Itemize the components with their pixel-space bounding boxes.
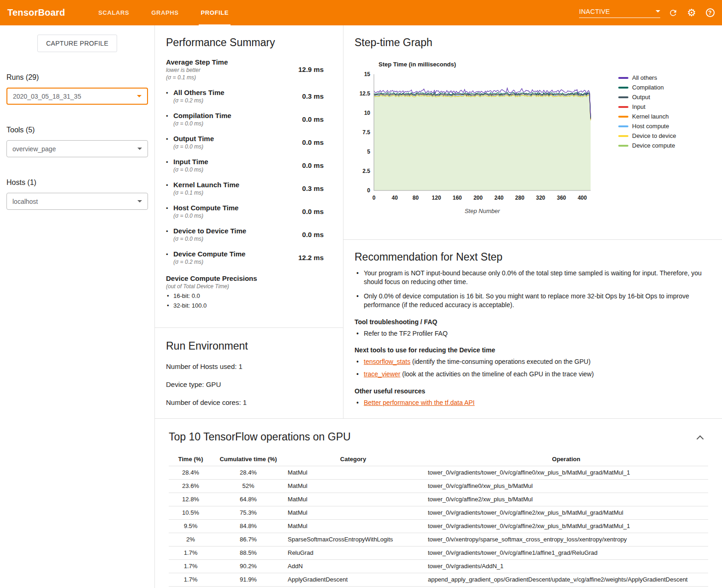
env-line: Device type: GPU <box>166 380 332 388</box>
perf-item: • Output Time (σ = 0.0 ms) 0.0 ms <box>166 135 332 150</box>
legend-item: Kernel launch <box>618 112 676 121</box>
average-step-time: Average Step Time lower is better (σ = 0… <box>166 58 332 81</box>
svg-text:400: 400 <box>578 195 587 201</box>
next-tool-item: •trace_viewer (look at the activities on… <box>355 370 711 379</box>
bullet-icon: • <box>166 112 173 127</box>
runs-dropdown-value: 2020_03_05_18_31_35 <box>13 93 81 100</box>
next-tools-heading: Next tools to use for reducing the Devic… <box>355 346 711 354</box>
top-ops-column-header: Operation <box>422 452 708 466</box>
top-ops-header-row: Time (%)Cumulative time (%)CategoryOpera… <box>169 452 708 466</box>
resources-list: •Better performance with the tf.data API <box>355 398 711 407</box>
chevron-down-icon <box>137 148 142 150</box>
table-row: 2%86.7%SparseSoftmaxCrossEntropyWithLogi… <box>169 533 708 546</box>
runs-dropdown[interactable]: 2020_03_05_18_31_35 <box>6 88 148 105</box>
svg-text:12.5: 12.5 <box>360 90 371 97</box>
recommendation-bullet: •Only 0.0% of device computation is 16 b… <box>355 292 711 310</box>
step-time-chart: 02.557.51012.515040801201602002402803203… <box>355 71 614 216</box>
env-line: Number of Hosts used: 1 <box>166 362 332 370</box>
perf-item-value: 0.0 ms <box>302 161 332 169</box>
perf-item-value: 0.3 ms <box>302 92 332 100</box>
table-row: 12.8%64.8%MatMultower_0/v/cg/affine2/xw_… <box>169 493 708 506</box>
table-row: 28.4%28.4%MatMultower_0/v/gradients/towe… <box>169 466 708 479</box>
resources-heading: Other useful resources <box>355 387 711 395</box>
tools-label: Tools (5) <box>6 126 154 134</box>
legend-item: Device compute <box>618 141 676 150</box>
run-environment-title: Run Environment <box>166 340 332 352</box>
tab-profile[interactable]: PROFILE <box>189 0 240 25</box>
perf-item: • Input Time (σ = 0.0 ms) 0.0 ms <box>166 158 332 173</box>
top-ops-panel: Top 10 TensorFlow operations on GPU Time… <box>155 419 722 588</box>
perf-item: • All Others Time (σ = 0.2 ms) 0.3 ms <box>166 89 332 104</box>
hosts-dropdown[interactable]: localhost <box>6 193 148 210</box>
bullet-icon: • <box>166 89 173 104</box>
perf-item-value: 0.3 ms <box>302 184 332 192</box>
bullet-icon: • <box>166 158 173 173</box>
legend-swatch <box>618 145 628 147</box>
performance-summary-title: Performance Summary <box>166 36 332 49</box>
runs-label: Runs (29) <box>6 73 154 82</box>
tools-dropdown[interactable]: overview_page <box>6 140 148 157</box>
top-ops-column-header: Cumulative time (%) <box>213 452 284 466</box>
legend-item: Host compute <box>618 121 676 131</box>
perf-item: • Kernel Launch Time (σ = 0.1 ms) 0.3 ms <box>166 181 332 196</box>
svg-text:160: 160 <box>453 195 462 201</box>
bullet-icon: • <box>166 227 173 242</box>
perf-item: • Compilation Time (σ = 0.0 ms) 0.0 ms <box>166 112 332 127</box>
bullet-icon: • <box>355 357 364 366</box>
rec-bullets: •Your program is NOT input-bound because… <box>355 269 711 310</box>
svg-text:2.5: 2.5 <box>362 168 370 174</box>
svg-text:10: 10 <box>364 110 371 116</box>
perf-item-value: 0.0 ms <box>302 115 332 123</box>
table-row: 1.7%88.5%ReluGradtower_0/v/gradients/tow… <box>169 546 708 559</box>
step-time-graph-title: Step-time Graph <box>355 36 711 49</box>
bullet-icon: • <box>355 269 364 287</box>
svg-text:Step Number: Step Number <box>465 208 500 214</box>
bullet-icon: • <box>355 398 364 407</box>
legend-swatch <box>618 87 628 89</box>
app-header: TensorBoard SCALARSGRAPHSPROFILE INACTIV… <box>0 0 722 25</box>
legend-swatch <box>618 125 628 127</box>
top-ops-column-header: Category <box>284 452 422 466</box>
table-row: 1.7%90.2%AddNtower_0/v/gradients/AddN_1 <box>169 559 708 573</box>
svg-text:15: 15 <box>364 71 371 77</box>
svg-text:360: 360 <box>557 195 566 201</box>
svg-text:320: 320 <box>536 195 545 201</box>
refresh-icon[interactable] <box>668 7 679 18</box>
bullet-icon: • <box>355 292 364 310</box>
run-environment-panel: Run Environment Number of Hosts used: 1D… <box>155 328 343 418</box>
perf-items: • All Others Time (σ = 0.2 ms) 0.3 ms • … <box>166 89 332 265</box>
precision-item: •32-bit: 100.0 <box>166 302 332 309</box>
header-actions: INACTIVE ⚙ ? <box>579 7 716 18</box>
table-row: 23.6%52%MatMultower_0/v/cg/affine0/xw_pl… <box>169 479 708 493</box>
bullet-icon: • <box>355 329 364 338</box>
legend-swatch <box>618 106 628 108</box>
help-icon[interactable]: ? <box>704 7 716 18</box>
env-line: Number of device cores: 1 <box>166 398 332 406</box>
collapse-chevron-icon[interactable] <box>697 435 704 443</box>
legend-item: All others <box>618 73 676 83</box>
next-tools-list: •tensorflow_stats (identify the time-con… <box>355 357 711 379</box>
capture-profile-button[interactable]: CAPTURE PROFILE <box>37 35 117 52</box>
svg-text:240: 240 <box>494 195 503 201</box>
svg-text:0: 0 <box>373 195 376 201</box>
perf-item-value: 0.0 ms <box>302 138 332 146</box>
svg-text:7.5: 7.5 <box>362 129 370 136</box>
tab-scalars[interactable]: SCALARS <box>87 0 140 25</box>
tool-link[interactable]: trace_viewer <box>364 370 400 378</box>
chevron-down-icon <box>137 200 142 202</box>
performance-summary-panel: Performance Summary Average Step Time lo… <box>155 25 343 328</box>
tool-link[interactable]: tensorflow_stats <box>364 358 410 365</box>
table-row: 9.5%84.8%MatMultower_0/v/gradients/tower… <box>169 519 708 533</box>
settings-gear-icon[interactable]: ⚙ <box>686 7 697 18</box>
header-tabs: SCALARSGRAPHSPROFILE <box>87 0 240 25</box>
next-tool-item: •tensorflow_stats (identify the time-con… <box>355 357 711 366</box>
top-ops-title: Top 10 TensorFlow operations on GPU <box>169 431 351 443</box>
tab-graphs[interactable]: GRAPHS <box>140 0 189 25</box>
status-dropdown[interactable]: INACTIVE <box>579 8 660 18</box>
resource-link[interactable]: Better performance with the tf.data API <box>364 399 474 406</box>
svg-text:280: 280 <box>515 195 524 201</box>
hosts-label: Hosts (1) <box>6 178 154 187</box>
tools-dropdown-value: overview_page <box>12 145 56 153</box>
svg-text:200: 200 <box>473 195 483 201</box>
svg-text:0: 0 <box>367 187 370 194</box>
